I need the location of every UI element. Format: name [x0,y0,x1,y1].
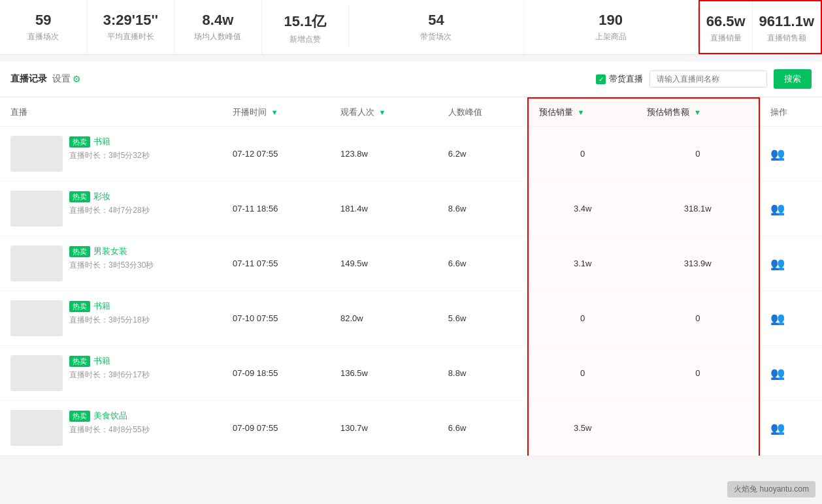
toolbar-left: 直播记录 设置 [10,73,81,85]
td-est-amount-5 [636,401,759,456]
td-action-2[interactable]: 👥 [759,236,822,291]
tag-hot: 热卖 [69,356,90,367]
td-action-4[interactable]: 👥 [759,346,822,401]
detail-icon[interactable]: 👥 [770,148,785,161]
stat-avg-duration: 3:29'15'' 平均直播时长 [88,0,175,54]
tag-hot: 热卖 [69,246,90,257]
sort-arrow-time: ▼ [271,108,278,116]
td-viewers-2: 149.5w [330,236,438,291]
stream-thumbnail [10,410,63,446]
stat-label-8: 直播销售额 [767,33,806,42]
stream-name: 彩妆 [93,191,110,202]
td-est-sales-5: 3.5w [528,401,637,456]
th-viewers[interactable]: 观看人次 ▼ [330,98,438,127]
stream-name: 书籍 [93,300,110,312]
stat-label-1: 直播场次 [27,32,59,41]
td-est-sales-0: 0 [528,127,637,181]
td-viewers-3: 82.0w [330,291,438,346]
top-stats: 59 直播场次 3:29'15'' 平均直播时长 8.4w 场均人数峰值 15.… [0,0,822,55]
stat-commerce-count: 54 带货场次 [349,0,523,54]
table-row: 热卖 美食饮品 直播时长：4时8分55秒 07-09 07:55130.7w6.… [0,401,822,456]
search-button[interactable]: 搜索 [774,69,812,89]
table-row: 热卖 书籍 直播时长：3时5分32秒 07-12 07:55123.8w6.2w… [0,127,822,181]
checkbox-checked-icon: ✓ [596,74,606,84]
td-stream-2: 热卖 男装女装 直播时长：3时53分30秒 [0,236,222,291]
stream-cell: 热卖 彩妆 直播时长：4时7分28秒 [10,191,212,227]
stat-label-5: 带货场次 [420,32,452,41]
stat-sales-amount: 9611.1w 直播销售额 [753,1,821,53]
td-action-0[interactable]: 👥 [759,127,822,181]
stream-cell: 热卖 男装女装 直播时长：3时53分30秒 [10,245,212,281]
stat-label-4: 新增点赞 [289,35,321,44]
stat-broadcast-count: 59 直播场次 [0,0,88,54]
stream-duration: 直播时长：3时5分18秒 [69,315,212,326]
th-start-time[interactable]: 开播时间 ▼ [222,98,330,127]
td-est-amount-2: 313.9w [636,236,759,291]
gear-icon [73,74,81,84]
stat-label-3: 场均人数峰值 [194,32,241,41]
stat-value-3: 8.4w [181,12,255,29]
stream-info: 热卖 男装女装 直播时长：3时53分30秒 [69,245,212,271]
search-input[interactable] [649,71,767,87]
stat-group-2: 54 带货场次 190 上架商品 [349,0,697,54]
detail-icon[interactable]: 👥 [770,202,785,215]
stream-name: 书籍 [93,355,110,367]
stream-tags: 热卖 彩妆 [69,191,212,202]
toolbar-title: 直播记录 [10,73,47,85]
td-peak-0: 6.2w [438,127,528,181]
td-time-0: 07-12 07:55 [222,127,330,181]
detail-icon[interactable]: 👥 [770,257,785,270]
stream-tags: 热卖 书籍 [69,300,212,312]
td-time-4: 07-09 18:55 [222,346,330,401]
stream-duration: 直播时长：3时6分17秒 [69,370,212,381]
commerce-filter[interactable]: ✓ 带货直播 [596,73,643,85]
td-est-sales-1: 3.4w [528,181,637,236]
td-time-3: 07-10 07:55 [222,291,330,346]
stream-cell: 热卖 美食饮品 直播时长：4时8分55秒 [10,410,212,446]
settings-label: 设置 [52,73,71,85]
stat-value-7: 66.5w [706,13,746,30]
stream-name: 男装女装 [93,245,127,257]
tag-hot: 热卖 [69,136,90,148]
stream-name: 美食饮品 [93,410,127,422]
th-stream: 直播 [0,98,222,127]
td-action-5[interactable]: 👥 [759,401,822,456]
checkbox-label: 带货直播 [609,73,643,85]
detail-icon[interactable]: 👥 [770,422,785,435]
detail-icon[interactable]: 👥 [770,312,785,325]
stream-thumbnail [10,300,63,336]
td-stream-5: 热卖 美食饮品 直播时长：4时8分55秒 [0,401,222,456]
th-est-amount[interactable]: 预估销售额 ▼ [636,98,759,127]
settings-button[interactable]: 设置 [52,73,81,85]
stat-label-6: 上架商品 [595,32,627,41]
td-action-1[interactable]: 👥 [759,181,822,236]
td-peak-4: 8.8w [438,346,528,401]
td-est-amount-0: 0 [636,127,759,181]
stream-info: 热卖 书籍 直播时长：3时5分32秒 [69,136,212,161]
tag-hot: 热卖 [69,411,90,422]
td-peak-1: 8.6w [438,181,528,236]
stream-tags: 热卖 美食饮品 [69,410,212,422]
stat-group-1: 59 直播场次 3:29'15'' 平均直播时长 8.4w 场均人数峰值 15.… [0,0,348,54]
stream-cell: 热卖 书籍 直播时长：3时5分18秒 [10,300,212,336]
td-peak-5: 6.6w [438,401,528,456]
stream-cell: 热卖 书籍 直播时长：3时6分17秒 [10,355,212,391]
th-action: 操作 [759,98,822,127]
th-est-sales[interactable]: 预估销量 ▼ [528,98,637,127]
sort-arrow-viewers: ▼ [379,108,386,116]
table-row: 热卖 男装女装 直播时长：3时53分30秒 07-11 07:55149.5w6… [0,236,822,291]
stream-info: 热卖 书籍 直播时长：3时5分18秒 [69,300,212,326]
stat-value-6: 190 [531,12,691,29]
detail-icon[interactable]: 👥 [770,367,785,380]
td-viewers-5: 130.7w [330,401,438,456]
stream-tags: 热卖 书籍 [69,136,212,148]
td-viewers-4: 136.5w [330,346,438,401]
td-est-amount-3: 0 [636,291,759,346]
toolbar-right: ✓ 带货直播 搜索 [596,69,812,89]
td-est-amount-1: 318.1w [636,181,759,236]
table-row: 热卖 书籍 直播时长：3时6分17秒 07-09 18:55136.5w8.8w… [0,346,822,401]
td-action-3[interactable]: 👥 [759,291,822,346]
td-viewers-0: 123.8w [330,127,438,181]
stat-new-likes: 15.1亿 新增点赞 [262,0,349,54]
stream-info: 热卖 书籍 直播时长：3时6分17秒 [69,355,212,381]
